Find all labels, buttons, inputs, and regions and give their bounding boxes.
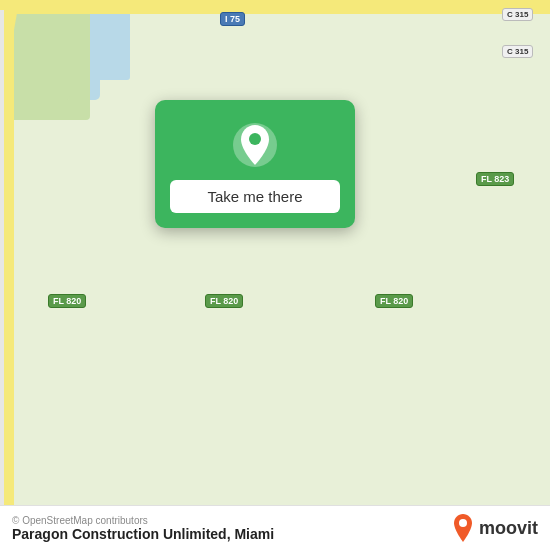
road-label-fl820b: FL 820 [205,294,243,308]
location-pin-icon [230,120,280,170]
road-i75 [0,0,550,10]
location-title: Paragon Construction Unlimited, Miami [12,526,274,542]
road-thin-v [0,0,4,550]
svg-point-2 [459,519,467,527]
road-label-c315a: C 315 [502,8,533,21]
road-label-fl820c: FL 820 [375,294,413,308]
take-me-there-button[interactable]: Take me there [170,180,340,213]
map-background: I 75 FL 820 FL 820 FL 820 FL 823 C 315 C… [0,0,550,550]
location-card: Take me there [155,100,355,228]
moovit-logo: moovit [451,514,538,542]
road-label-c315b: C 315 [502,45,533,58]
moovit-pin-icon [451,514,475,542]
bottom-bar: © OpenStreetMap contributors Paragon Con… [0,505,550,550]
bottom-left: © OpenStreetMap contributors Paragon Con… [12,515,274,542]
road-label-i75: I 75 [220,12,245,26]
map-container: I 75 FL 820 FL 820 FL 820 FL 823 C 315 C… [0,0,550,550]
road-label-fl820a: FL 820 [48,294,86,308]
road-label-fl823: FL 823 [476,172,514,186]
moovit-text: moovit [479,518,538,539]
svg-point-1 [249,133,261,145]
copyright-text: © OpenStreetMap contributors [12,515,274,526]
